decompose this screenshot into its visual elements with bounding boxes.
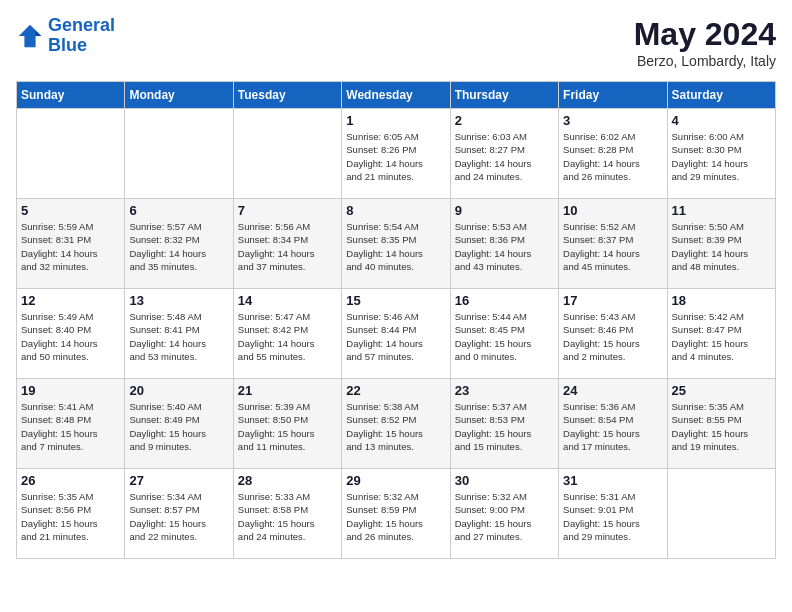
day-info: Sunrise: 5:47 AM Sunset: 8:42 PM Dayligh… — [238, 310, 337, 363]
day-info: Sunrise: 6:03 AM Sunset: 8:27 PM Dayligh… — [455, 130, 554, 183]
day-info: Sunrise: 5:36 AM Sunset: 8:54 PM Dayligh… — [563, 400, 662, 453]
calendar-cell: 16Sunrise: 5:44 AM Sunset: 8:45 PM Dayli… — [450, 289, 558, 379]
weekday-header-saturday: Saturday — [667, 82, 775, 109]
calendar-cell — [667, 469, 775, 559]
calendar-cell: 27Sunrise: 5:34 AM Sunset: 8:57 PM Dayli… — [125, 469, 233, 559]
day-info: Sunrise: 5:42 AM Sunset: 8:47 PM Dayligh… — [672, 310, 771, 363]
weekday-header-thursday: Thursday — [450, 82, 558, 109]
location: Berzo, Lombardy, Italy — [634, 53, 776, 69]
day-info: Sunrise: 5:31 AM Sunset: 9:01 PM Dayligh… — [563, 490, 662, 543]
day-number: 5 — [21, 203, 120, 218]
calendar-week-2: 5Sunrise: 5:59 AM Sunset: 8:31 PM Daylig… — [17, 199, 776, 289]
day-number: 10 — [563, 203, 662, 218]
day-number: 15 — [346, 293, 445, 308]
weekday-header-sunday: Sunday — [17, 82, 125, 109]
calendar-cell: 31Sunrise: 5:31 AM Sunset: 9:01 PM Dayli… — [559, 469, 667, 559]
day-info: Sunrise: 6:05 AM Sunset: 8:26 PM Dayligh… — [346, 130, 445, 183]
day-number: 17 — [563, 293, 662, 308]
day-number: 23 — [455, 383, 554, 398]
day-info: Sunrise: 5:56 AM Sunset: 8:34 PM Dayligh… — [238, 220, 337, 273]
day-number: 24 — [563, 383, 662, 398]
calendar-week-1: 1Sunrise: 6:05 AM Sunset: 8:26 PM Daylig… — [17, 109, 776, 199]
day-info: Sunrise: 5:38 AM Sunset: 8:52 PM Dayligh… — [346, 400, 445, 453]
calendar-cell — [125, 109, 233, 199]
day-number: 2 — [455, 113, 554, 128]
day-info: Sunrise: 5:57 AM Sunset: 8:32 PM Dayligh… — [129, 220, 228, 273]
day-number: 16 — [455, 293, 554, 308]
calendar-cell: 14Sunrise: 5:47 AM Sunset: 8:42 PM Dayli… — [233, 289, 341, 379]
day-info: Sunrise: 5:34 AM Sunset: 8:57 PM Dayligh… — [129, 490, 228, 543]
day-number: 29 — [346, 473, 445, 488]
page-header: General Blue May 2024 Berzo, Lombardy, I… — [16, 16, 776, 69]
calendar-cell: 3Sunrise: 6:02 AM Sunset: 8:28 PM Daylig… — [559, 109, 667, 199]
day-info: Sunrise: 5:52 AM Sunset: 8:37 PM Dayligh… — [563, 220, 662, 273]
calendar-week-4: 19Sunrise: 5:41 AM Sunset: 8:48 PM Dayli… — [17, 379, 776, 469]
month-title: May 2024 — [634, 16, 776, 53]
calendar-cell: 28Sunrise: 5:33 AM Sunset: 8:58 PM Dayli… — [233, 469, 341, 559]
day-info: Sunrise: 5:48 AM Sunset: 8:41 PM Dayligh… — [129, 310, 228, 363]
weekday-header-row: SundayMondayTuesdayWednesdayThursdayFrid… — [17, 82, 776, 109]
calendar-cell: 5Sunrise: 5:59 AM Sunset: 8:31 PM Daylig… — [17, 199, 125, 289]
calendar-body: 1Sunrise: 6:05 AM Sunset: 8:26 PM Daylig… — [17, 109, 776, 559]
day-info: Sunrise: 6:00 AM Sunset: 8:30 PM Dayligh… — [672, 130, 771, 183]
day-info: Sunrise: 5:32 AM Sunset: 9:00 PM Dayligh… — [455, 490, 554, 543]
day-number: 6 — [129, 203, 228, 218]
day-info: Sunrise: 5:50 AM Sunset: 8:39 PM Dayligh… — [672, 220, 771, 273]
weekday-header-wednesday: Wednesday — [342, 82, 450, 109]
calendar-cell: 24Sunrise: 5:36 AM Sunset: 8:54 PM Dayli… — [559, 379, 667, 469]
calendar-cell: 7Sunrise: 5:56 AM Sunset: 8:34 PM Daylig… — [233, 199, 341, 289]
calendar-week-3: 12Sunrise: 5:49 AM Sunset: 8:40 PM Dayli… — [17, 289, 776, 379]
day-info: Sunrise: 5:35 AM Sunset: 8:56 PM Dayligh… — [21, 490, 120, 543]
day-info: Sunrise: 5:40 AM Sunset: 8:49 PM Dayligh… — [129, 400, 228, 453]
day-number: 7 — [238, 203, 337, 218]
calendar-cell: 23Sunrise: 5:37 AM Sunset: 8:53 PM Dayli… — [450, 379, 558, 469]
calendar-cell: 4Sunrise: 6:00 AM Sunset: 8:30 PM Daylig… — [667, 109, 775, 199]
calendar-cell: 6Sunrise: 5:57 AM Sunset: 8:32 PM Daylig… — [125, 199, 233, 289]
calendar-cell: 10Sunrise: 5:52 AM Sunset: 8:37 PM Dayli… — [559, 199, 667, 289]
calendar-cell: 29Sunrise: 5:32 AM Sunset: 8:59 PM Dayli… — [342, 469, 450, 559]
calendar-cell: 9Sunrise: 5:53 AM Sunset: 8:36 PM Daylig… — [450, 199, 558, 289]
calendar-cell: 17Sunrise: 5:43 AM Sunset: 8:46 PM Dayli… — [559, 289, 667, 379]
calendar-cell: 26Sunrise: 5:35 AM Sunset: 8:56 PM Dayli… — [17, 469, 125, 559]
day-info: Sunrise: 5:46 AM Sunset: 8:44 PM Dayligh… — [346, 310, 445, 363]
calendar-cell: 18Sunrise: 5:42 AM Sunset: 8:47 PM Dayli… — [667, 289, 775, 379]
calendar-cell: 2Sunrise: 6:03 AM Sunset: 8:27 PM Daylig… — [450, 109, 558, 199]
day-info: Sunrise: 5:33 AM Sunset: 8:58 PM Dayligh… — [238, 490, 337, 543]
day-number: 25 — [672, 383, 771, 398]
day-info: Sunrise: 5:59 AM Sunset: 8:31 PM Dayligh… — [21, 220, 120, 273]
day-info: Sunrise: 5:53 AM Sunset: 8:36 PM Dayligh… — [455, 220, 554, 273]
calendar-cell: 8Sunrise: 5:54 AM Sunset: 8:35 PM Daylig… — [342, 199, 450, 289]
day-number: 12 — [21, 293, 120, 308]
day-number: 9 — [455, 203, 554, 218]
calendar-cell: 19Sunrise: 5:41 AM Sunset: 8:48 PM Dayli… — [17, 379, 125, 469]
day-info: Sunrise: 5:43 AM Sunset: 8:46 PM Dayligh… — [563, 310, 662, 363]
weekday-header-tuesday: Tuesday — [233, 82, 341, 109]
day-info: Sunrise: 6:02 AM Sunset: 8:28 PM Dayligh… — [563, 130, 662, 183]
day-number: 14 — [238, 293, 337, 308]
weekday-header-monday: Monday — [125, 82, 233, 109]
day-number: 26 — [21, 473, 120, 488]
day-number: 4 — [672, 113, 771, 128]
logo: General Blue — [16, 16, 115, 56]
calendar-cell: 22Sunrise: 5:38 AM Sunset: 8:52 PM Dayli… — [342, 379, 450, 469]
day-info: Sunrise: 5:49 AM Sunset: 8:40 PM Dayligh… — [21, 310, 120, 363]
calendar-cell: 20Sunrise: 5:40 AM Sunset: 8:49 PM Dayli… — [125, 379, 233, 469]
day-number: 21 — [238, 383, 337, 398]
day-info: Sunrise: 5:35 AM Sunset: 8:55 PM Dayligh… — [672, 400, 771, 453]
day-number: 8 — [346, 203, 445, 218]
day-info: Sunrise: 5:41 AM Sunset: 8:48 PM Dayligh… — [21, 400, 120, 453]
day-number: 18 — [672, 293, 771, 308]
day-info: Sunrise: 5:44 AM Sunset: 8:45 PM Dayligh… — [455, 310, 554, 363]
calendar-cell: 15Sunrise: 5:46 AM Sunset: 8:44 PM Dayli… — [342, 289, 450, 379]
day-info: Sunrise: 5:37 AM Sunset: 8:53 PM Dayligh… — [455, 400, 554, 453]
day-number: 28 — [238, 473, 337, 488]
calendar-cell — [17, 109, 125, 199]
calendar-week-5: 26Sunrise: 5:35 AM Sunset: 8:56 PM Dayli… — [17, 469, 776, 559]
logo-text: General Blue — [48, 16, 115, 56]
day-info: Sunrise: 5:39 AM Sunset: 8:50 PM Dayligh… — [238, 400, 337, 453]
day-number: 3 — [563, 113, 662, 128]
day-number: 30 — [455, 473, 554, 488]
calendar-cell: 12Sunrise: 5:49 AM Sunset: 8:40 PM Dayli… — [17, 289, 125, 379]
day-number: 19 — [21, 383, 120, 398]
day-number: 31 — [563, 473, 662, 488]
